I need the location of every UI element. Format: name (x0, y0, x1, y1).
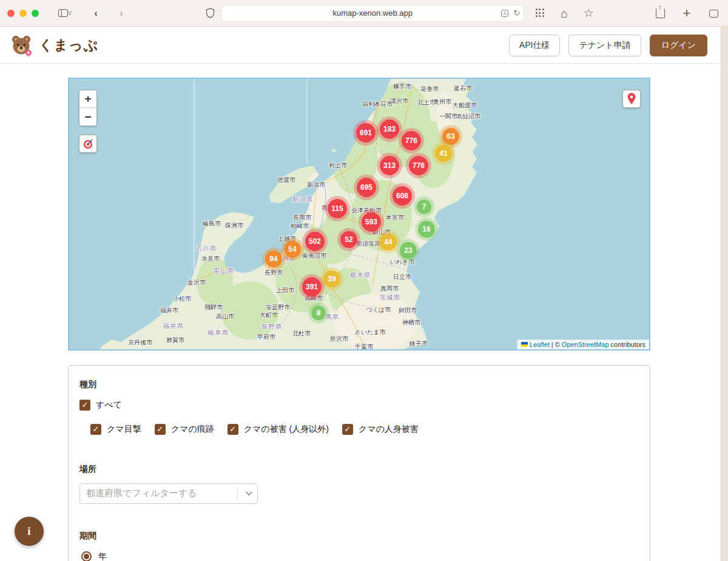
filter-type-checkbox[interactable]: ✓クマの人身被害 (342, 424, 419, 435)
privacy-shield-icon[interactable] (201, 5, 218, 22)
period-section-label: 期間 (79, 531, 639, 542)
window-controls[interactable] (7, 10, 39, 17)
locate-button[interactable] (79, 135, 97, 153)
close-window-button[interactable] (7, 10, 15, 17)
share-icon[interactable] (652, 5, 669, 22)
cluster-count: 7 (417, 200, 431, 214)
home-icon[interactable]: ⌂ (556, 5, 573, 22)
cluster-marker[interactable]: 16 (415, 218, 438, 241)
prefecture-filter-select[interactable]: 都道府県でフィルターする (79, 483, 258, 504)
place-section-label: 場所 (79, 464, 639, 475)
target-icon (83, 138, 93, 149)
reload-icon[interactable]: ↻ (513, 8, 520, 18)
cluster-marker[interactable]: 502 (302, 229, 328, 254)
cluster-marker[interactable]: 94 (262, 247, 285, 270)
add-pin-button[interactable] (622, 90, 641, 108)
cluster-marker[interactable]: 23 (397, 239, 420, 262)
translate-icon[interactable]: A (501, 10, 508, 17)
url-text: kumap-xenon.web.app (332, 8, 413, 18)
zoom-window-button[interactable] (32, 10, 39, 17)
cluster-count: 391 (302, 277, 322, 297)
zoom-in-button[interactable]: + (79, 90, 96, 108)
app-title: くまっぷ (39, 36, 98, 55)
bear-logo-icon (8, 33, 34, 58)
cluster-count: 23 (400, 242, 417, 259)
cluster-count: 16 (418, 221, 435, 238)
zoom-out-button[interactable]: − (79, 108, 96, 126)
cluster-marker[interactable]: 7 (414, 197, 434, 217)
cluster-count: 502 (305, 232, 325, 251)
cluster-marker[interactable]: 608 (389, 183, 415, 209)
cluster-count: 44 (380, 233, 397, 250)
cluster-marker[interactable]: 391 (299, 274, 325, 300)
cluster-count: 691 (356, 123, 376, 143)
checkbox-label: クマの人身被害 (359, 424, 419, 435)
cluster-marker[interactable]: 52 (337, 228, 360, 251)
checkbox-checked-icon[interactable]: ✓ (90, 424, 101, 435)
cluster-count: 183 (380, 119, 399, 139)
cluster-count: 313 (380, 156, 399, 175)
back-button[interactable]: ‹ (87, 5, 104, 22)
login-button[interactable]: ログイン (650, 35, 707, 56)
address-bar[interactable]: kumap-xenon.web.app A ↻ (221, 5, 524, 22)
filter-type-checkbox[interactable]: ✓クマの痕跡 (155, 424, 214, 435)
app-logo[interactable]: くまっぷ (8, 33, 98, 58)
filter-all-checkbox[interactable]: ✓ すべて (79, 400, 122, 411)
checkbox-label: クマ目撃 (107, 424, 141, 435)
cluster-marker[interactable]: 593 (359, 209, 384, 235)
cluster-count: 52 (340, 231, 357, 248)
tenant-apply-button[interactable]: テナント申請 (568, 35, 641, 56)
map-tiles (69, 79, 649, 349)
map[interactable]: 横手市花巻市釜石市湯沢市北上市奥州市大船渡市由利本荘市気仙沼市一関市村上市佐渡市… (68, 78, 650, 351)
cluster-count: 8 (311, 306, 326, 320)
api-spec-button[interactable]: API仕様 (509, 35, 561, 56)
cluster-marker[interactable]: 776 (399, 128, 424, 153)
cluster-marker[interactable]: 695 (354, 175, 379, 200)
cluster-marker[interactable]: 41 (432, 142, 455, 165)
zoom-control: + − (79, 90, 97, 126)
filter-type-checkbox[interactable]: ✓クマ目撃 (90, 424, 141, 435)
ukraine-flag-icon (521, 342, 528, 347)
filter-type-checkbox[interactable]: ✓クマの被害 (人身以外) (228, 424, 329, 435)
period-year-radio[interactable]: 年 (81, 551, 639, 561)
forward-button[interactable]: › (113, 5, 130, 22)
new-tab-icon[interactable]: + (678, 5, 695, 22)
browser-chrome: ᐯ ‹ › kumap-xenon.web.app A ↻ ⌂ ☆ + (0, 0, 728, 27)
checkbox-label: クマの被害 (人身以外) (244, 424, 329, 435)
checkbox-checked-icon[interactable]: ✓ (228, 424, 238, 435)
page: ᐯ ‹ › kumap-xenon.web.app A ↻ ⌂ ☆ + (0, 0, 728, 561)
filter-panel: 種別 ✓ すべて ✓クマ目撃✓クマの痕跡✓クマの被害 (人身以外)✓クマの人身被… (68, 365, 650, 561)
map-pin-icon (626, 93, 637, 105)
cluster-marker[interactable]: 115 (325, 196, 350, 221)
checkbox-checked-icon[interactable]: ✓ (342, 424, 353, 435)
chevron-down-icon[interactable]: ᐯ (68, 10, 72, 16)
cluster-marker[interactable]: 8 (308, 303, 329, 323)
cluster-count: 776 (402, 131, 421, 150)
bookmark-star-icon[interactable]: ☆ (580, 5, 597, 22)
info-fab-button[interactable]: i (15, 517, 44, 546)
cluster-count: 776 (409, 156, 428, 175)
checkbox-checked-icon[interactable]: ✓ (155, 424, 166, 435)
cluster-count: 41 (435, 145, 452, 162)
cluster-marker[interactable]: 313 (377, 153, 402, 178)
chevron-down-icon (246, 488, 252, 495)
cluster-count: 94 (265, 250, 282, 267)
scrollbar-track[interactable] (721, 27, 728, 561)
tab-overview-icon[interactable] (705, 5, 722, 22)
cluster-marker[interactable]: 691 (353, 120, 379, 146)
checkbox-label: クマの痕跡 (171, 424, 214, 435)
osm-link[interactable]: OpenStreetMap (562, 341, 609, 348)
type-checkbox-row: ✓クマ目撃✓クマの痕跡✓クマの被害 (人身以外)✓クマの人身被害 (90, 424, 639, 435)
cluster-marker[interactable]: 776 (406, 153, 431, 178)
checkbox-checked-icon[interactable]: ✓ (79, 400, 90, 411)
cluster-count: 39 (323, 270, 340, 287)
extensions-grid-icon[interactable] (531, 5, 548, 22)
radio-selected-icon[interactable] (81, 551, 92, 561)
map-attribution: Leaflet | © OpenStreetMap contributors (517, 340, 649, 349)
leaflet-link[interactable]: Leaflet (530, 341, 550, 348)
cluster-count: 54 (284, 241, 301, 258)
cluster-count: 593 (362, 212, 381, 232)
minimize-window-button[interactable] (19, 10, 27, 17)
select-placeholder: 都道府県でフィルターする (86, 488, 197, 499)
cluster-count: 115 (328, 199, 347, 218)
